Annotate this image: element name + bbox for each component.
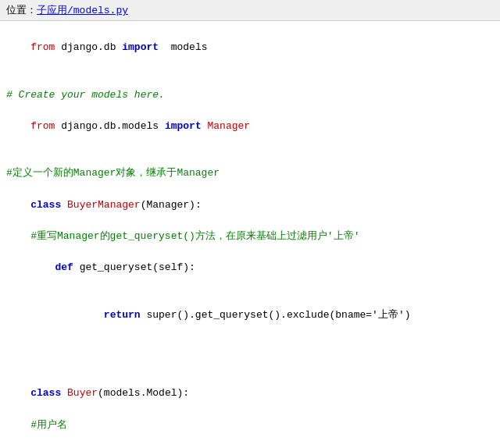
header-path[interactable]: 子应用/models.py <box>37 5 128 16</box>
code-line-11 <box>6 339 494 354</box>
header-bar: 位置：子应用/models.py <box>0 0 500 21</box>
code-line-3: # Create your models here. <box>6 87 494 103</box>
code-line-6: #定义一个新的Manager对象，继承于Manager <box>6 165 494 181</box>
code-line-4: from django.db.models import Manager <box>6 103 494 150</box>
code-line-1: from django.db import models <box>6 24 494 71</box>
code-line-8: #重写Manager的get_queryset()方法，在原来基础上过滤用户'上… <box>6 229 494 244</box>
code-line-15: bname = models.CharField(max_length=20) <box>6 433 494 448</box>
code-line-5 <box>6 150 494 165</box>
code-line-13: class Buyer(models.Model): <box>6 370 494 417</box>
code-line-12 <box>6 354 494 370</box>
code-line-14: #用户名 <box>6 418 494 433</box>
header-label: 位置： <box>6 5 37 16</box>
code-line-7: class BuyerManager(Manager): <box>6 181 494 228</box>
code-area: from django.db import models # Create yo… <box>0 21 500 448</box>
code-line-2 <box>6 71 494 87</box>
code-line-9: def get_queryset(self): <box>6 244 494 291</box>
code-line-10: return super().get_queryset().exclude(bn… <box>6 291 494 338</box>
